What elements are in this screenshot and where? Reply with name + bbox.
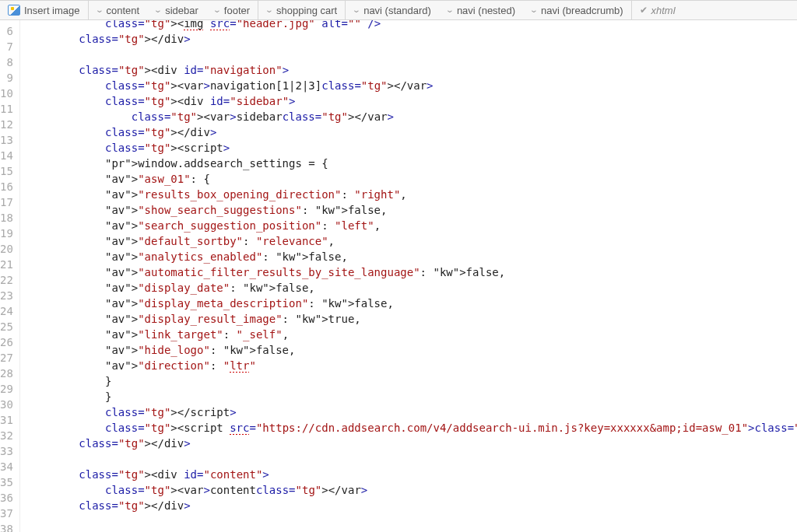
dropdown-label: footer [224, 5, 250, 16]
code-line[interactable]: "av">"direction": "ltr" [26, 358, 797, 373]
line-number: 6 [0, 23, 13, 39]
image-icon [8, 5, 20, 16]
xhtml-validate-button[interactable]: ✔ xhtml [632, 1, 683, 19]
code-line[interactable]: } [26, 373, 797, 389]
dropdown-label: shopping cart [276, 5, 337, 16]
line-number: 18 [0, 210, 13, 226]
code-line[interactable]: "av">"show_search_suggestions": "kw">fal… [26, 202, 797, 218]
chevron-down-icon: ⌄ [265, 6, 273, 14]
line-number: 11 [0, 101, 13, 117]
line-number: 26 [0, 334, 13, 350]
dropdown-label: navi (nested) [457, 5, 515, 16]
dropdown-label: sidebar [165, 5, 198, 16]
line-number-gutter: 6789101112131415161718192021222324252627… [0, 20, 20, 532]
code-line[interactable]: "pr">window.addsearch_settings = { [26, 156, 797, 171]
code-line[interactable]: class="tg"><div id="navigation"> [26, 62, 797, 78]
code-line[interactable]: class="tg"></script> [26, 404, 797, 420]
dropdown-label: navi (standard) [363, 5, 431, 16]
code-line[interactable]: "av">"link_target": "_self", [26, 327, 797, 342]
editor-toolbar: Insert image ⌄ content ⌄ sidebar ⌄ foote… [0, 0, 797, 20]
line-number: 36 [0, 490, 13, 506]
code-line[interactable] [26, 451, 797, 467]
code-line[interactable]: class="tg"></div> [26, 124, 797, 140]
chevron-down-icon: ⌄ [212, 6, 221, 14]
line-number: 33 [0, 443, 13, 459]
code-line[interactable]: class="tg"><div id="content"> [26, 467, 797, 482]
line-number: 24 [0, 303, 13, 319]
line-number: 10 [0, 86, 13, 101]
code-line[interactable]: class="tg"><script> [26, 140, 797, 156]
chevron-down-icon: ⌄ [529, 6, 538, 14]
code-line[interactable] [26, 47, 797, 62]
dropdown-navi-breadcrumb[interactable]: ⌄ navi (breadcrumb) [523, 1, 631, 19]
line-number: 16 [0, 179, 13, 194]
code-line[interactable]: class="tg"><var>navigation[1|2|3]class="… [26, 78, 797, 93]
chevron-down-icon: ⌄ [353, 6, 361, 14]
code-line[interactable]: class="tg"></div> [26, 436, 797, 451]
line-number: 15 [0, 163, 13, 179]
code-area[interactable]: class="tg"><img src="header.jpg" alt="" … [20, 20, 797, 532]
line-number: 12 [0, 117, 13, 132]
check-icon: ✔ [640, 5, 648, 15]
code-line[interactable]: "av">"hide_logo": "kw">false, [26, 342, 797, 358]
code-line[interactable]: "av">"search_suggestion_position": "left… [26, 218, 797, 233]
code-line[interactable]: "av">"default_sortby": "relevance", [26, 233, 797, 249]
line-number: 14 [0, 148, 13, 163]
xhtml-label: xhtml [651, 5, 676, 16]
line-number: 17 [0, 194, 13, 210]
dropdown-content[interactable]: ⌄ content [89, 1, 148, 19]
line-number: 37 [0, 506, 13, 521]
line-number: 7 [0, 39, 13, 54]
line-number: 23 [0, 288, 13, 303]
dropdown-navi-standard[interactable]: ⌄ navi (standard) [346, 1, 439, 19]
code-line[interactable]: "av">"automatic_filter_results_by_site_l… [26, 264, 797, 280]
chevron-down-icon: ⌄ [95, 6, 104, 14]
code-line[interactable]: "av">"asw_01": { [26, 171, 797, 187]
code-editor[interactable]: 6789101112131415161718192021222324252627… [0, 20, 797, 532]
line-number: 13 [0, 132, 13, 148]
line-number: 20 [0, 241, 13, 257]
code-line[interactable]: "av">"results_box_opening_direction": "r… [26, 187, 797, 202]
line-number: 32 [0, 428, 13, 443]
code-line[interactable]: "av">"display_result_image": "kw">true, [26, 311, 797, 327]
chevron-down-icon: ⌄ [154, 6, 163, 14]
dropdown-label: content [107, 5, 140, 16]
code-line[interactable]: class="tg"><img src="header.jpg" alt="" … [26, 20, 797, 31]
code-line[interactable]: class="tg"><var>sidebarclass="tg"></var> [26, 109, 797, 124]
code-line[interactable]: class="tg"></div> [26, 31, 797, 47]
code-line[interactable]: class="tg"></div> [26, 498, 797, 513]
line-number: 9 [0, 70, 13, 86]
dropdown-label: navi (breadcrumb) [541, 5, 623, 16]
code-line[interactable]: class="tg"><var>contentclass="tg"></var> [26, 482, 797, 498]
line-number: 19 [0, 226, 13, 241]
dropdown-shopping-cart[interactable]: ⌄ shopping cart [258, 1, 345, 19]
code-line[interactable]: class="tg"><script src="https://cdn.adds… [26, 420, 797, 436]
code-line[interactable] [26, 513, 797, 529]
line-number: 31 [0, 412, 13, 428]
insert-image-label: Insert image [24, 5, 80, 16]
line-number: 21 [0, 257, 13, 272]
line-number: 34 [0, 459, 13, 474]
line-number: 25 [0, 319, 13, 334]
code-line[interactable]: "av">"display_meta_description": "kw">fa… [26, 296, 797, 311]
line-number: 28 [0, 366, 13, 381]
insert-image-button[interactable]: Insert image [0, 1, 88, 19]
code-line[interactable]: "av">"display_date": "kw">false, [26, 280, 797, 296]
line-number: 22 [0, 272, 13, 288]
dropdown-navi-nested[interactable]: ⌄ navi (nested) [439, 1, 523, 19]
chevron-down-icon: ⌄ [445, 6, 454, 14]
line-number: 27 [0, 350, 13, 366]
line-number: 35 [0, 474, 13, 490]
line-number: 29 [0, 381, 13, 397]
code-line[interactable]: class="tg"><div id="sidebar"> [26, 93, 797, 109]
line-number: 30 [0, 397, 13, 412]
dropdown-sidebar[interactable]: ⌄ sidebar [147, 1, 206, 19]
line-number: 8 [0, 54, 13, 70]
code-line[interactable]: } [26, 389, 797, 404]
code-line[interactable]: "av">"analytics_enabled": "kw">false, [26, 249, 797, 264]
dropdown-footer[interactable]: ⌄ footer [206, 1, 258, 19]
line-number: 38 [0, 521, 13, 532]
